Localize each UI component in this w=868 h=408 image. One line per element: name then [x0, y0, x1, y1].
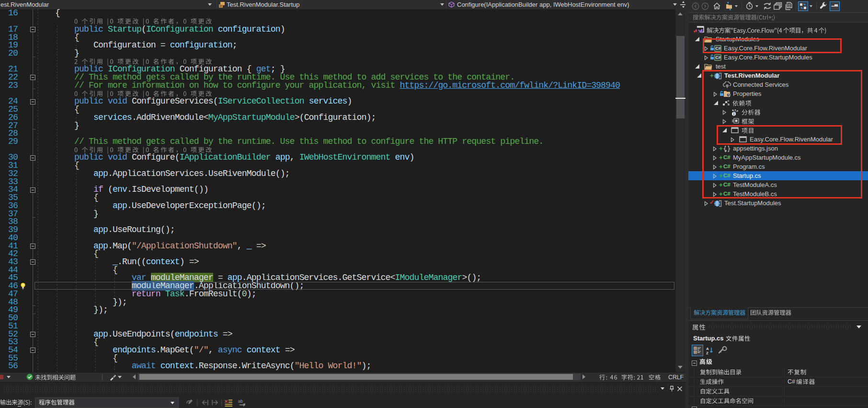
- svg-text:C#: C#: [716, 55, 721, 60]
- svg-text:ab: ab: [238, 399, 243, 404]
- svg-text:A: A: [706, 347, 709, 351]
- svg-text:Z: Z: [706, 351, 708, 355]
